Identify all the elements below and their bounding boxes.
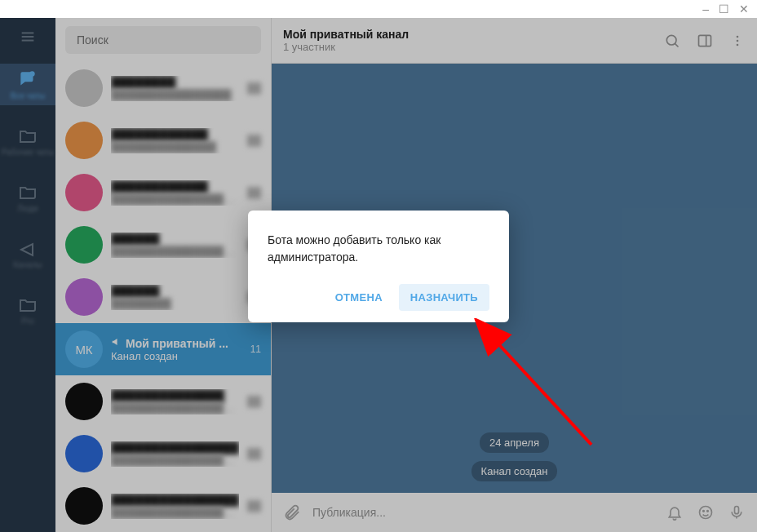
dialog-actions: ОТМЕНА НАЗНАЧИТЬ <box>268 284 489 311</box>
minimize-button[interactable]: – <box>702 2 709 16</box>
maximize-button[interactable]: ☐ <box>719 2 729 16</box>
app-root: Все чаты Рабочие чаты Люди Каналы Pro ██… <box>0 18 757 532</box>
dialog-message: Бота можно добавить только как администр… <box>268 232 489 266</box>
close-button[interactable]: ✕ <box>739 2 749 16</box>
confirm-dialog: Бота можно добавить только как администр… <box>248 211 509 322</box>
modal-overlay[interactable]: Бота можно добавить только как администр… <box>0 18 757 532</box>
confirm-button[interactable]: НАЗНАЧИТЬ <box>399 284 489 311</box>
cancel-button[interactable]: ОТМЕНА <box>324 284 394 311</box>
window-titlebar: – ☐ ✕ <box>0 0 757 18</box>
